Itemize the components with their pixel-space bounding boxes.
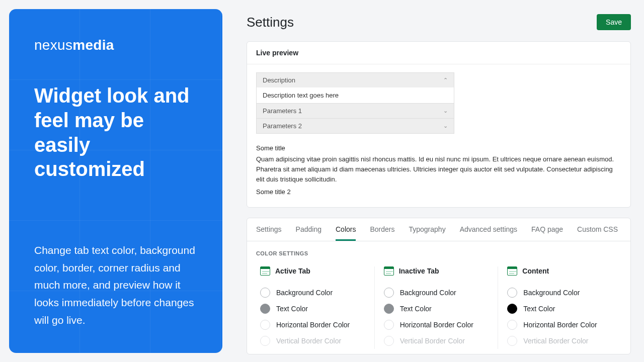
- color-swatch: [260, 288, 270, 298]
- promo-card: nexusmedia Widget look and feel may be e…: [9, 9, 222, 353]
- accordion-label: Parameters 2: [263, 122, 302, 130]
- accordion-item-parameters-2[interactable]: Parameters 2 ⌄: [256, 118, 454, 134]
- chevron-down-icon: ⌄: [443, 123, 448, 129]
- color-column-content: Content Background Color Text Color Hori…: [498, 266, 621, 349]
- color-settings-grid: Active Tab Background Color Text Color H…: [247, 266, 630, 354]
- color-swatch: [507, 304, 517, 314]
- color-row-hborder[interactable]: Horizontal Border Color: [384, 317, 494, 333]
- color-label: Horizontal Border Color: [276, 321, 350, 329]
- preview-body-text: Quam adipiscing vitae proin sagittis nis…: [256, 154, 621, 185]
- color-swatch: [260, 336, 270, 346]
- color-row-hborder[interactable]: Horizontal Border Color: [507, 317, 617, 333]
- promo-sidebar: nexusmedia Widget look and feel may be e…: [0, 0, 231, 362]
- preview-text-block: Some title Quam adipiscing vitae proin s…: [256, 143, 621, 197]
- tab-preview-icon: [384, 266, 394, 276]
- color-row-bg[interactable]: Background Color: [507, 285, 617, 301]
- tab-faq-page[interactable]: FAQ page: [531, 218, 563, 241]
- color-label: Text Color: [276, 305, 308, 313]
- color-column-inactive-tab: Inactive Tab Background Color Text Color…: [374, 266, 498, 349]
- promo-description: Change tab text color, background color,…: [34, 242, 197, 329]
- promo-headline: Widget look and feel may be easily custo…: [34, 83, 197, 182]
- color-label: Text Color: [523, 305, 555, 313]
- accordion-label: Description: [263, 76, 295, 84]
- color-swatch: [260, 320, 270, 330]
- tab-colors[interactable]: Colors: [336, 218, 356, 241]
- color-column-active-tab: Active Tab Background Color Text Color H…: [256, 266, 374, 349]
- color-label: Text Color: [400, 305, 432, 313]
- column-title: Inactive Tab: [399, 267, 439, 275]
- chevron-up-icon: ⌃: [443, 77, 448, 83]
- color-label: Vertical Border Color: [400, 337, 465, 345]
- brand-logo: nexusmedia: [34, 37, 197, 53]
- preview-body: Description ⌃ Description text goes here…: [247, 64, 630, 207]
- live-preview-card: Live preview Description ⌃ Description t…: [247, 41, 631, 208]
- column-header: Active Tab: [260, 266, 370, 276]
- color-row-hborder[interactable]: Horizontal Border Color: [260, 317, 370, 333]
- color-label: Vertical Border Color: [276, 337, 341, 345]
- accordion-item-parameters-1[interactable]: Parameters 1 ⌄: [256, 103, 454, 119]
- tab-preview-icon: [260, 266, 270, 276]
- color-swatch: [507, 288, 517, 298]
- brand-prefix: nexus: [34, 37, 72, 53]
- accordion-label: Parameters 1: [263, 107, 302, 115]
- color-row-vborder: Vertical Border Color: [260, 333, 370, 349]
- tab-settings[interactable]: Settings: [256, 218, 282, 241]
- tab-typography[interactable]: Typography: [409, 218, 445, 241]
- brand-bold: media: [72, 37, 114, 53]
- live-preview-title: Live preview: [247, 42, 630, 64]
- preview-accordion: Description ⌃ Description text goes here…: [256, 72, 454, 134]
- column-header: Content: [507, 266, 617, 276]
- column-title: Active Tab: [275, 267, 310, 275]
- preview-subtitle-2: Some title 2: [256, 187, 621, 197]
- column-header: Inactive Tab: [384, 266, 494, 276]
- color-label: Background Color: [523, 289, 580, 297]
- header-row: Settings Save: [247, 14, 631, 30]
- color-row-vborder: Vertical Border Color: [507, 333, 617, 349]
- color-swatch: [384, 320, 394, 330]
- color-row-bg[interactable]: Background Color: [384, 285, 494, 301]
- color-row-vborder: Vertical Border Color: [384, 333, 494, 349]
- color-swatch: [384, 304, 394, 314]
- accordion-content: Description text goes here: [256, 87, 454, 104]
- color-settings-label: COLOR SETTINGS: [247, 241, 630, 266]
- color-swatch: [260, 304, 270, 314]
- color-row-text[interactable]: Text Color: [260, 301, 370, 317]
- accordion-item-description[interactable]: Description ⌃: [256, 72, 454, 88]
- color-swatch: [507, 336, 517, 346]
- color-label: Horizontal Border Color: [400, 321, 473, 329]
- color-swatch: [384, 336, 394, 346]
- settings-card: Settings Padding Colors Borders Typograp…: [247, 218, 631, 354]
- color-row-text[interactable]: Text Color: [384, 301, 494, 317]
- page-title: Settings: [247, 15, 294, 30]
- color-row-bg[interactable]: Background Color: [260, 285, 370, 301]
- main-content: Settings Save Live preview Description ⌃…: [231, 0, 644, 362]
- color-label: Background Color: [400, 289, 456, 297]
- color-label: Vertical Border Color: [523, 337, 588, 345]
- preview-subtitle-1: Some title: [256, 143, 621, 153]
- tab-preview-icon: [507, 266, 517, 276]
- color-swatch: [507, 320, 517, 330]
- color-label: Horizontal Border Color: [523, 321, 597, 329]
- tab-custom-css[interactable]: Custom CSS: [577, 218, 618, 241]
- tab-borders[interactable]: Borders: [370, 218, 394, 241]
- color-swatch: [384, 288, 394, 298]
- color-label: Background Color: [276, 289, 333, 297]
- color-row-text[interactable]: Text Color: [507, 301, 617, 317]
- column-title: Content: [522, 267, 549, 275]
- tab-padding[interactable]: Padding: [296, 218, 321, 241]
- chevron-down-icon: ⌄: [443, 108, 448, 114]
- save-button[interactable]: Save: [597, 14, 631, 30]
- tab-advanced-settings[interactable]: Advanced settings: [460, 218, 517, 241]
- settings-tabs: Settings Padding Colors Borders Typograp…: [247, 218, 630, 241]
